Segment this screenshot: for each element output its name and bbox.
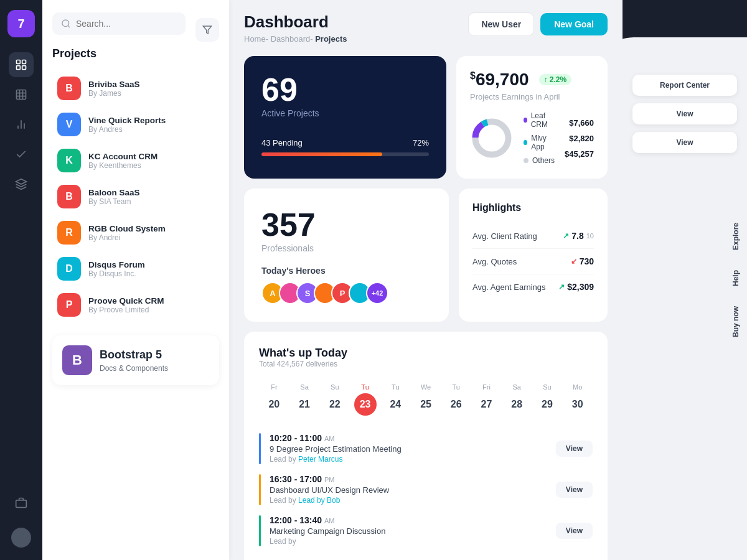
svg-line-15 xyxy=(68,26,70,27)
calendar-day[interactable]: Fr20 xyxy=(259,378,289,421)
project-logo: R xyxy=(57,221,81,245)
project-item-1[interactable]: B Briviba SaaS By James xyxy=(52,70,219,106)
right-tab[interactable]: Help xyxy=(726,260,747,296)
event-view-button[interactable]: View xyxy=(556,441,593,457)
project-author: By Proove Limited xyxy=(88,306,214,314)
right-tab[interactable]: Explore xyxy=(726,213,747,260)
calendar-day[interactable]: Su22 xyxy=(319,378,350,421)
calendar-day[interactable]: Fri27 xyxy=(471,378,502,421)
main-content: Dashboard Home- Dashboard- Projects New … xyxy=(229,0,622,560)
calendar-day[interactable]: We25 xyxy=(411,378,441,421)
project-author: By Keenthemes xyxy=(88,161,214,170)
project-logo: B xyxy=(57,77,81,100)
project-info: Disqus Forum By Disqus Inc. xyxy=(88,260,214,278)
search-input[interactable] xyxy=(76,19,177,29)
calendar-day[interactable]: Tu23 xyxy=(350,378,380,421)
new-user-button[interactable]: New User xyxy=(468,12,534,36)
event-view-button[interactable]: View xyxy=(556,523,593,539)
highlights-title: Highlights xyxy=(472,202,594,213)
pending-percent: 72% xyxy=(413,138,429,147)
donut-chart xyxy=(470,116,514,160)
project-item-2[interactable]: V Vine Quick Reports By Andres xyxy=(52,106,219,142)
earnings-amount: $69,700 xyxy=(470,70,529,90)
project-info: Proove Quick CRM By Proove Limited xyxy=(88,296,214,314)
breadcrumb-dashboard[interactable]: Dashboard- xyxy=(271,34,316,44)
project-logo: V xyxy=(57,113,81,136)
project-info: RGB Cloud System By Andrei xyxy=(88,224,214,242)
hero-avatar-more: +42 xyxy=(366,282,388,304)
project-logo: K xyxy=(57,149,81,172)
calendar-subtitle: Total 424,567 deliveries xyxy=(259,360,593,368)
project-info: Baloon SaaS By SIA Team xyxy=(88,188,214,206)
right-view-button[interactable]: View xyxy=(632,103,737,124)
project-name: Baloon SaaS xyxy=(88,188,214,197)
calendar-day[interactable]: Tu26 xyxy=(441,378,471,421)
calendar-day[interactable]: Su29 xyxy=(532,378,563,421)
event-title: Marketing Campaign Discussion xyxy=(270,526,547,536)
project-name: Briviba SaaS xyxy=(88,80,214,89)
right-tab[interactable]: Buy now xyxy=(726,296,747,347)
projects-list: B Briviba SaaS By James V Vine Quick Rep… xyxy=(52,70,219,323)
project-name: Disqus Forum xyxy=(88,260,214,269)
heroes-avatars: ASP+42 xyxy=(261,282,431,304)
sidebar-item-chart[interactable] xyxy=(9,112,34,137)
legend-value: $45,257 xyxy=(565,149,594,159)
project-item-5[interactable]: R RGB Cloud System By Andrei xyxy=(52,215,219,251)
project-item-3[interactable]: K KC Account CRM By Keenthemes xyxy=(52,142,219,179)
bootstrap-banner: B Bootstrap 5 Docs & Components xyxy=(52,335,219,385)
svg-rect-1 xyxy=(22,60,26,64)
highlight-label: Avg. Agent Earnings xyxy=(472,282,546,292)
highlight-label: Avg. Client Rating xyxy=(472,231,537,241)
sidebar-item-home[interactable] xyxy=(9,52,34,77)
event-time: 10:20 - 11:00 AM xyxy=(270,433,547,443)
sidebar-item-briefcase[interactable] xyxy=(9,490,34,515)
svg-rect-3 xyxy=(22,66,26,70)
breadcrumb-projects[interactable]: Projects xyxy=(315,34,347,44)
project-item-7[interactable]: P Proove Quick CRM By Proove Limited xyxy=(52,287,219,323)
event-item: 12:00 - 13:40 AM Marketing Campaign Disc… xyxy=(259,515,593,546)
right-panel: Report Center View View ExploreHelpBuy n… xyxy=(622,0,747,560)
sidebar-item-user-avatar[interactable] xyxy=(9,525,34,550)
new-goal-button[interactable]: New Goal xyxy=(540,13,608,35)
highlight-label: Avg. Quotes xyxy=(472,257,517,266)
calendar-day[interactable]: Sa21 xyxy=(289,378,320,421)
event-lead-link[interactable]: Lead by Bob xyxy=(298,496,340,505)
docs-link[interactable]: Docs & Components xyxy=(100,364,168,373)
project-author: By Disqus Inc. xyxy=(88,269,214,278)
breadcrumb-home[interactable]: Home- xyxy=(244,34,271,44)
calendar-title: What's up Today xyxy=(259,347,593,360)
search-icon xyxy=(61,19,71,29)
svg-marker-16 xyxy=(203,26,211,34)
calendar-day[interactable]: Sa28 xyxy=(502,378,532,421)
svg-rect-2 xyxy=(17,66,21,70)
project-info: Briviba SaaS By James xyxy=(88,80,214,98)
event-time: 12:00 - 13:40 AM xyxy=(270,515,547,525)
report-center-button[interactable]: Report Center xyxy=(632,75,737,96)
event-view-button[interactable]: View xyxy=(556,482,593,498)
project-item-6[interactable]: D Disqus Forum By Disqus Inc. xyxy=(52,251,219,287)
project-logo: B xyxy=(57,185,81,208)
calendar-day[interactable]: Mo30 xyxy=(562,378,593,421)
legend-value: $7,660 xyxy=(565,118,594,128)
filter-button[interactable] xyxy=(195,18,219,42)
sidebar-item-check[interactable] xyxy=(9,142,34,167)
event-lead: Lead by xyxy=(270,537,547,546)
user-avatar[interactable]: 7 xyxy=(7,10,35,37)
heroes-label: Today's Heroes xyxy=(261,266,431,276)
sidebar-item-grid[interactable] xyxy=(9,82,34,107)
sidebar-item-layers[interactable] xyxy=(9,172,34,197)
highlight-row: Avg. Agent Earnings ↗ $2,309 xyxy=(472,274,594,299)
active-projects-count: 69 xyxy=(261,73,429,106)
project-item-4[interactable]: B Baloon SaaS By SIA Team xyxy=(52,179,219,215)
professionals-count: 357 xyxy=(261,206,431,243)
event-lead-link[interactable]: Peter Marcus xyxy=(298,455,342,464)
progress-bar xyxy=(261,152,382,156)
project-info: Vine Quick Reports By Andres xyxy=(88,116,214,134)
search-bar[interactable] xyxy=(52,12,186,35)
project-name: Proove Quick CRM xyxy=(88,296,214,306)
breadcrumb: Home- Dashboard- Projects xyxy=(244,34,347,44)
pending-count: 43 Pending xyxy=(261,138,303,147)
right-view-button-2[interactable]: View xyxy=(632,132,737,153)
calendar-day[interactable]: Tu24 xyxy=(380,378,411,421)
project-logo: P xyxy=(57,293,81,317)
